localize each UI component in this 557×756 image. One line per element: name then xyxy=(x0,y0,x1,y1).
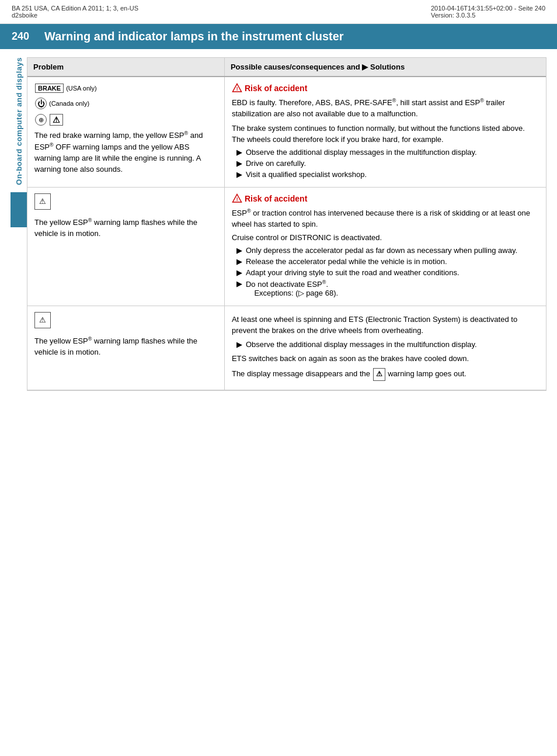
page-header: 240 Warning and indicator lamps in the i… xyxy=(0,24,557,49)
svg-text:!: ! xyxy=(236,86,238,92)
sidebar-container: On-board computer and displays xyxy=(11,49,27,391)
meta-left: BA 251 USA, CA Edition A 2011; 1; 3, en-… xyxy=(12,5,138,19)
arrow-icon-1-2: ▶ xyxy=(236,159,242,168)
symbols-row-1: BRAKE (USA only) xyxy=(34,83,217,93)
solution-para-3-3: The display message disappears and the ⚠… xyxy=(232,367,539,381)
col-problem-header: Problem xyxy=(27,58,224,77)
usa-only-label: (USA only) xyxy=(66,85,97,92)
arrow-icon-1-3: ▶ xyxy=(236,170,242,179)
solution-para-1-1: EBD is faulty. Therefore, ABS, BAS, PRE-… xyxy=(232,97,539,120)
problem-cell-3: ⚠ The yellow ESP® warning lamp flashes w… xyxy=(27,306,224,390)
problem-cell-1: BRAKE (USA only) ⏻ (Canada only) ⊕ ⚠ The… xyxy=(27,77,224,187)
meta-right: 2010-04-16T14:31:55+02:00 - Seite 240 Ve… xyxy=(431,5,545,19)
bullet-item-1-1: ▶ Observe the additional display message… xyxy=(236,148,539,157)
bullet-item-2-4: ▶ Do not deactivate ESP®. Exceptions: (▷… xyxy=(236,279,539,297)
bullet-item-1-3: ▶ Visit a qualified specialist workshop. xyxy=(236,170,539,179)
circle-warning-symbol: ⊕ xyxy=(35,114,47,126)
meta-left-line1: BA 251 USA, CA Edition A 2011; 1; 3, en-… xyxy=(12,5,138,12)
inline-triangle-symbol: ⚠ xyxy=(373,368,385,380)
meta-left-line2: d2sboike xyxy=(12,12,138,19)
problem-text-2: The yellow ESP® warning lamp flashes whi… xyxy=(34,217,217,240)
solution-para-1-2: The brake system continues to function n… xyxy=(232,123,539,145)
bullet-item-3-1: ▶ Observe the additional display message… xyxy=(236,340,539,349)
bullet-item-2-3: ▶ Adapt your driving style to suit the r… xyxy=(236,268,539,277)
problem-text-1: The red brake warning lamp, the yellow E… xyxy=(34,130,217,175)
arrow-icon-2-4: ▶ xyxy=(236,279,242,297)
solution-cell-2: ! Risk of accident ESP® or traction cont… xyxy=(224,187,546,306)
triangle-symbol-2: ⚠ xyxy=(34,193,217,213)
sidebar-label: On-board computer and displays xyxy=(15,57,23,185)
arrow-icon-2-1: ▶ xyxy=(236,246,242,255)
symbols-row-3: ⊕ ⚠ xyxy=(34,113,217,126)
brake-symbol: BRAKE xyxy=(35,84,64,93)
arrow-icon-1-1: ▶ xyxy=(236,148,242,157)
symbols-row-2: ⏻ (Canada only) xyxy=(34,97,217,110)
meta-right-line2: Version: 3.0.3.5 xyxy=(431,12,545,19)
problem-cell-2: ⚠ The yellow ESP® warning lamp flashes w… xyxy=(27,187,224,306)
col-solution-header: Possible causes/consequences and ▶ Solut… xyxy=(224,58,546,77)
table-header-row: Problem Possible causes/consequences and… xyxy=(27,58,546,77)
bullet-item-2-1: ▶ Only depress the accelerator pedal as … xyxy=(236,246,539,255)
main-table: Problem Possible causes/consequences and… xyxy=(27,58,546,390)
canada-only-label: (Canada only) xyxy=(49,100,89,107)
solution-para-3-1: At least one wheel is spinning and ETS (… xyxy=(232,314,539,337)
bullet-item-2-2: ▶ Release the accelerator pedal while th… xyxy=(236,257,539,266)
meta-bar: BA 251 USA, CA Edition A 2011; 1; 3, en-… xyxy=(0,0,557,24)
arrow-icon-2-2: ▶ xyxy=(236,257,242,266)
triangle-symbol-3: ⚠ xyxy=(34,312,217,332)
power-symbol: ⏻ xyxy=(35,98,47,109)
arrow-icon-3-1: ▶ xyxy=(236,340,242,349)
solution-cell-3: At least one wheel is spinning and ETS (… xyxy=(224,306,546,390)
meta-right-line1: 2010-04-16T14:31:55+02:00 - Seite 240 xyxy=(431,5,545,12)
main-table-wrapper: Problem Possible causes/consequences and… xyxy=(27,57,546,391)
solution-para-2-1: ESP® or traction control has intervened … xyxy=(232,207,539,230)
page-title: Warning and indicator lamps in the instr… xyxy=(44,30,344,43)
solution-para-2-2: Cruise control or DISTRONIC is deactivat… xyxy=(232,233,539,244)
risk-triangle-icon-1: ! xyxy=(232,83,242,93)
bullet-item-1-2: ▶ Drive on carefully. xyxy=(236,159,539,168)
table-row: BRAKE (USA only) ⏻ (Canada only) ⊕ ⚠ The… xyxy=(27,77,546,187)
arrow-icon-2-3: ▶ xyxy=(236,268,242,277)
risk-heading-1: ! Risk of accident xyxy=(232,83,539,93)
triangle-symbol: ⚠ xyxy=(50,114,63,126)
solution-cell-1: ! Risk of accident EBD is faulty. Theref… xyxy=(224,77,546,187)
solution-para-3-2: ETS switches back on again as soon as th… xyxy=(232,353,539,365)
table-row: ⚠ The yellow ESP® warning lamp flashes w… xyxy=(27,306,546,390)
svg-text:!: ! xyxy=(236,196,238,202)
table-row: ⚠ The yellow ESP® warning lamp flashes w… xyxy=(27,187,546,306)
risk-triangle-icon-2: ! xyxy=(232,193,242,204)
sidebar-accent xyxy=(11,192,27,227)
problem-text-3: The yellow ESP® warning lamp flashes whi… xyxy=(34,335,217,358)
page-number: 240 xyxy=(12,30,35,43)
risk-heading-2: ! Risk of accident xyxy=(232,193,539,204)
